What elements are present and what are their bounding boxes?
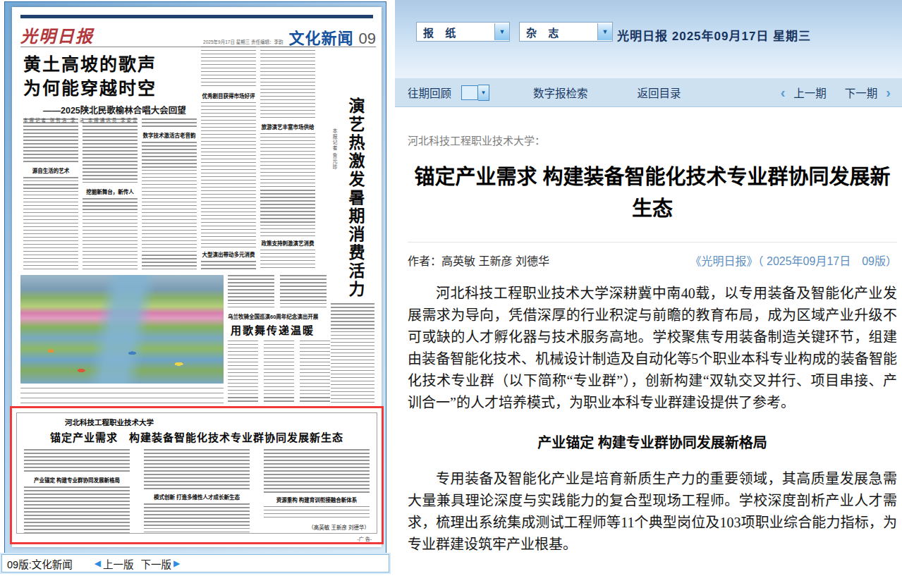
- ad-column-subhead: 资源重构 构建育训衔接融合新体系: [264, 496, 370, 503]
- article-divider: [408, 242, 897, 243]
- column-subhead: 数字技术激活古老音韵: [142, 131, 197, 139]
- paper-select[interactable]: 报 纸 ▼: [416, 22, 510, 42]
- column-subhead: 挖掘新舞台，新传人: [83, 188, 138, 195]
- reader-panel: 报 纸 ▼ 杂 志 ▼ 光明日报 2025年09月17日 星期三 往期回顾 ▼ …: [395, 0, 902, 588]
- article-paragraph: 专用装备及智能化产业是培育新质生产力的重要领域，其高质量发展急需大量兼具理论深度…: [408, 468, 897, 556]
- calendar-dropdown-arrow-icon[interactable]: ▼: [478, 85, 489, 101]
- ad-signature: （高英敏 王新彦 刘德华）: [264, 523, 370, 531]
- past-issues-link[interactable]: 往期回顾: [408, 85, 451, 100]
- lead-story-subhead: ——2025陕北民歌榆林合唱大会回望: [43, 103, 186, 116]
- masthead-rule: [20, 15, 373, 18]
- ad-kicker: 河北科技工程职业技术大学: [65, 417, 370, 427]
- page-pager-bar: 09版:文化新闻 ◀ 上一版 下一版 ▶: [1, 554, 389, 572]
- prev-page-link[interactable]: 上一版: [103, 556, 134, 571]
- reader-nav-bar: 往期回顾 ▼ 数字报检索 返回目录 ‹ 上一期 下一期 ›: [395, 78, 902, 107]
- article-kicker: 河北科技工程职业技术大学：: [408, 133, 897, 147]
- article-body: 河北科技工程职业技术大学深耕冀中南40载，以专用装备及智能化产业发展需求为导向，…: [408, 283, 897, 556]
- prev-issue-link[interactable]: 上一期: [793, 85, 827, 100]
- page-dateline: 2025年9月17日 星期三 责任编辑：李韵: [203, 38, 283, 45]
- magazine-select-value: 杂 志: [520, 25, 597, 39]
- ad-column: 资源重构 构建育训衔接融合新体系 （高英敏 王新彦 刘德华）: [264, 449, 370, 533]
- column-subhead: 源自生活的艺术: [23, 166, 78, 174]
- article-paragraph: 河北科技工程职业技术大学深耕冀中南40载，以专用装备及智能化产业发展需求为导向，…: [408, 283, 897, 414]
- newsprint-column: 挖掘新舞台，新传人: [83, 118, 138, 269]
- second-article: 乌兰牧骑全国巡演60周年纪念演出开展 用歌舞传递温暖: [228, 275, 331, 403]
- issue-info: 光明日报 2025年09月17日 星期三: [617, 26, 811, 44]
- chevron-right-icon[interactable]: ›: [886, 85, 891, 101]
- ad-column: 模式创新 打造多维性人才成长新生态: [144, 449, 250, 533]
- digital-search-link[interactable]: 数字报检索: [533, 85, 588, 100]
- column-subhead: 旅游演艺丰富市场供给: [260, 123, 315, 130]
- news-photo: [20, 275, 224, 384]
- article-source: 《光明日报》（ 2025年09月17日 09版）: [690, 252, 897, 269]
- newspaper-masthead: 光明日报: [20, 23, 94, 47]
- chevron-left-icon[interactable]: ‹: [781, 85, 786, 101]
- highlighted-article-region[interactable]: 河北科技工程职业技术大学 锚定产业需求 构建装备智能化技术专业群协同发展新生态 …: [10, 406, 384, 544]
- page-preview-panel: 光明日报 2025年9月17日 星期三 责任编辑：李韵 文化新闻 09 黄土高坡…: [0, 0, 392, 588]
- article-section-heading: 产业锚定 构建专业群协同发展新格局: [408, 432, 897, 454]
- next-page-link[interactable]: 下一版: [140, 556, 171, 571]
- current-page-label: 09版:文化新闻: [7, 556, 73, 571]
- section-title: 文化新闻: [289, 25, 354, 48]
- next-page-arrow-icon[interactable]: ▶: [173, 558, 180, 568]
- article-author: 作者：高英敏 王新彦 刘德华: [408, 252, 549, 269]
- lead-story-headline: 黄土高坡的歌声 为何能穿越时空: [23, 52, 157, 100]
- dropdown-arrow-icon[interactable]: ▼: [597, 23, 612, 40]
- photo-caption: [20, 388, 224, 403]
- paper-select-value: 报 纸: [417, 25, 494, 39]
- column-subhead: 政策支持刺激演艺消费: [260, 239, 315, 247]
- magazine-select[interactable]: 杂 志 ▼: [519, 22, 613, 42]
- newsprint-column: 优秀剧目获得市场好评 大型演出带动多元消费: [201, 47, 256, 269]
- newsprint-column: 数字技术激活古老音韵: [142, 118, 197, 269]
- newsprint-column: 源自生活的艺术: [23, 118, 78, 269]
- second-article-kicker: 乌兰牧骑全国巡演60周年纪念演出开展: [228, 312, 331, 320]
- vertical-headline: 演艺热激发暑期消费活力: [343, 97, 367, 299]
- reader-header: 报 纸 ▼ 杂 志 ▼ 光明日报 2025年09月17日 星期三: [395, 0, 902, 78]
- ad-headline: 锚定产业需求 构建装备智能化技术专业群协同发展新生态: [24, 429, 370, 444]
- newsprint-column: [331, 303, 374, 405]
- column-subhead: 大型演出带动多元消费: [201, 250, 256, 258]
- ad-mark: -广 告-: [355, 535, 373, 542]
- prev-page-arrow-icon[interactable]: ◀: [95, 558, 101, 568]
- second-article-title: 用歌舞传递温暖: [231, 322, 331, 337]
- ad-column-subhead: 产业锚定 构建专业群协同发展新格局: [24, 476, 130, 484]
- ad-column-subhead: 模式创新 打造多维性人才成长新生态: [144, 493, 250, 501]
- article-title: 锚定产业需求 构建装备智能化技术专业群协同发展新生态: [408, 161, 897, 225]
- page-number: 09: [359, 30, 376, 48]
- back-to-contents-link[interactable]: 返回目录: [638, 85, 681, 100]
- article-view: 河北科技工程职业技术大学： 锚定产业需求 构建装备智能化技术专业群协同发展新生态…: [408, 107, 897, 556]
- header-divider: [20, 47, 376, 47]
- ad-article-box: 河北科技工程职业技术大学 锚定产业需求 构建装备智能化技术专业群协同发展新生态 …: [16, 412, 377, 534]
- newsprint-column: 旅游演艺丰富市场供给 政策支持刺激演艺消费: [260, 47, 315, 269]
- calendar-icon[interactable]: [461, 85, 478, 100]
- dropdown-arrow-icon[interactable]: ▼: [494, 23, 509, 40]
- next-issue-link[interactable]: 下一期: [845, 85, 878, 100]
- ad-column: 产业锚定 构建专业群协同发展新格局: [24, 449, 130, 533]
- vertical-byline: 本报记者 鲁元珍: [331, 128, 338, 188]
- column-subhead: 优秀剧目获得市场好评: [201, 92, 256, 99]
